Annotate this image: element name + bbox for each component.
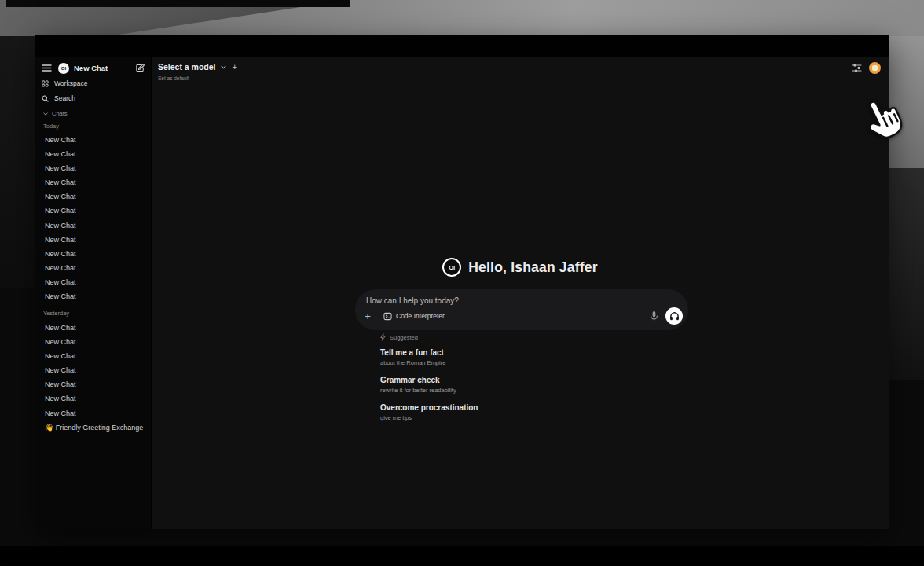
code-interpreter-icon [383,312,392,321]
header-actions [852,62,881,74]
voice-mode-button[interactable] [666,307,683,325]
chat-list-item[interactable]: 👋 Friendly Greeting Exchange [35,421,151,435]
app-window: OI New Chat Workspace Search [35,35,889,529]
suggested-prompt[interactable]: Overcome procrastination give me tips [380,403,632,422]
sidebar-header: OI New Chat [42,61,145,75]
chat-list-item[interactable]: New Chat [35,204,151,218]
suggested-prompt[interactable]: Grammar check rewrite it for better read… [380,376,632,395]
attach-plus-button[interactable]: + [362,311,373,322]
chat-list-yesterday: New Chat New Chat New Chat New Chat New … [35,321,151,435]
microphone-icon[interactable] [650,311,658,322]
sidebar-item-search[interactable]: Search [42,94,75,102]
chat-list-item[interactable]: New Chat [35,261,151,275]
search-label: Search [54,94,75,102]
search-icon [42,95,49,102]
bolt-icon [380,333,386,341]
wallpaper-black-strip [6,0,350,7]
chat-list-item[interactable]: New Chat [35,363,151,377]
chat-list-item[interactable]: New Chat [35,175,151,189]
greeting-text: Hello, Ishaan Jaffer [468,259,597,276]
model-selector[interactable]: Select a model + [158,62,237,72]
sidebar: OI New Chat Workspace Search [35,57,152,529]
composer-toolbar: + Code Interpreter [362,307,683,325]
new-chat-pencil-icon[interactable] [135,63,145,73]
sidebar-item-workspace[interactable]: Workspace [42,79,87,87]
avatar-glyph [872,65,878,71]
code-interpreter-toggle[interactable]: Code Interpreter [383,312,445,321]
chat-list-today: New Chat New Chat New Chat New Chat New … [35,133,151,303]
suggested-prompts: Suggested Tell me a fun fact about the R… [380,333,632,431]
chevron-down-icon [43,112,48,116]
window-top-strip [35,35,889,57]
chat-list-item[interactable]: New Chat [35,233,151,247]
chat-group-label-yesterday: Yesterday [43,310,69,317]
model-selector-label: Select a model [158,62,216,72]
suggested-prompt-title: Overcome procrastination [380,403,632,413]
sidebar-toggle-icon[interactable] [42,64,52,72]
set-as-default-button[interactable]: Set as default [158,75,189,81]
wallpaper-bottom-bar [0,546,924,566]
wallpaper-left [0,36,35,288]
sidebar-chats-section[interactable]: Chats [43,110,68,117]
chats-label: Chats [52,110,68,117]
workspace-grid-icon [42,80,49,87]
chevron-down-icon [221,65,226,69]
chat-list-item[interactable]: New Chat [35,219,151,233]
chat-list-item[interactable]: New Chat [35,133,151,147]
openwebui-logo-icon: OI [58,63,69,74]
suggested-prompt-title: Tell me a fun fact [380,348,632,358]
chat-list-item[interactable]: New Chat [35,275,151,289]
suggested-prompt-subtitle: rewrite it for better readability [380,387,632,395]
chat-list-item[interactable]: New Chat [35,377,151,391]
chat-list-item[interactable]: New Chat [35,335,151,349]
message-composer[interactable]: How can I help you today? + Code Interpr… [355,289,688,330]
wallpaper-right [888,36,924,168]
chat-list-item[interactable]: New Chat [35,247,151,261]
wallpaper-right-lower [888,168,924,380]
chat-list-item[interactable]: New Chat [35,161,151,175]
chat-group-label-today: Today [43,123,59,130]
suggested-header: Suggested [380,333,632,341]
suggested-prompt-title: Grammar check [380,376,632,385]
suggested-prompt-subtitle: give me tips [380,414,632,422]
suggested-list: Tell me a fun fact about the Roman Empir… [380,348,632,422]
openwebui-logo-icon: OI [442,258,461,277]
user-avatar[interactable] [869,62,881,74]
greeting-block: OI Hello, Ishaan Jaffer [152,258,889,277]
chat-list-item[interactable]: New Chat [35,349,151,363]
add-model-plus-icon[interactable]: + [233,63,237,72]
message-input[interactable]: How can I help you today? [366,296,677,305]
headphones-icon [669,311,680,321]
settings-sliders-icon[interactable] [852,64,862,72]
suggested-prompt[interactable]: Tell me a fun fact about the Roman Empir… [380,348,632,367]
code-interpreter-label: Code Interpreter [396,312,445,320]
chat-list-item[interactable]: New Chat [35,289,151,303]
chat-list-item[interactable]: New Chat [35,391,151,406]
suggested-label: Suggested [390,334,418,341]
workspace-label: Workspace [54,79,87,87]
sidebar-title: New Chat [74,64,108,72]
main-panel: Select a model + Set as default OI Hello… [152,57,889,529]
chat-list-item[interactable]: New Chat [35,189,151,204]
suggested-prompt-subtitle: about the Roman Empire [380,359,632,367]
chat-list-item[interactable]: New Chat [35,147,151,161]
chat-list-item[interactable]: New Chat [35,321,151,335]
chat-list-item[interactable]: New Chat [35,406,151,421]
